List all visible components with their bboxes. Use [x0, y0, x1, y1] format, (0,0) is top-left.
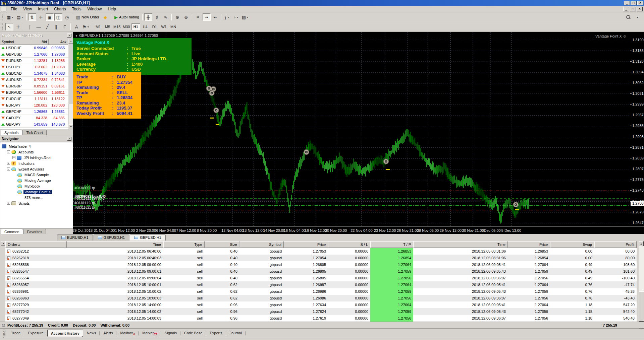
history-row[interactable]: 682669612018.12.05 10:00:02sell0.62gbpus…: [5, 288, 637, 295]
chart-tab-gbpusd-h1[interactable]: GBPUSD,H1: [130, 234, 166, 241]
tile-windows-button[interactable]: ⌗: [194, 13, 202, 21]
timeframe-m1-button[interactable]: M1: [94, 23, 103, 30]
terminal-close-icon[interactable]: ×: [1, 242, 6, 246]
history-row[interactable]: 682623122018.12.05 06:40:00sell0.40gbpus…: [5, 248, 637, 255]
history-row[interactable]: 682669632018.12.05 10:00:03sell0.62gbpus…: [5, 295, 637, 301]
terminal-tab-market[interactable]: Market77: [139, 330, 161, 338]
column-header-bid[interactable]: Bid: [31, 39, 49, 45]
templates-button[interactable]: ▨▾: [240, 13, 250, 21]
new-order-button[interactable]: ▥New Order: [75, 13, 101, 21]
market-watch-row[interactable]: AUDUSD0.723340.72341: [0, 77, 73, 83]
chart-shift-button[interactable]: ⇤: [211, 13, 219, 21]
column-header-time[interactable]: Time: [413, 241, 508, 248]
menu-item-charts[interactable]: Charts: [51, 6, 69, 12]
terminal-tab-news[interactable]: News: [83, 330, 100, 337]
market-watch-row[interactable]: USDCAD1.340751.34083: [0, 70, 73, 77]
time-scale[interactable]: 29 Oct 201831 Oct 04:001 Nov 12:002 Nov …: [73, 226, 644, 234]
collapse-icon[interactable]: -: [7, 167, 10, 171]
history-row[interactable]: 682623182018.12.05 06:40:03sell0.40gbpus…: [5, 255, 637, 261]
terminal-tab-account-history[interactable]: Account History: [47, 330, 83, 337]
scroll-up-icon[interactable]: ▲: [68, 39, 73, 44]
search-button[interactable]: [624, 13, 632, 21]
timeframe-m5-button[interactable]: M5: [103, 23, 112, 30]
timeframe-h1-button[interactable]: H1: [131, 23, 140, 30]
column-header-profit[interactable]: Profit: [594, 241, 637, 248]
menu-item-file[interactable]: File: [8, 6, 20, 12]
market-watch-row[interactable]: USDJPY113.062113.068: [0, 64, 73, 70]
timeframe-w1-button[interactable]: W1: [160, 23, 168, 30]
chart-close-button[interactable]: ×: [637, 7, 643, 11]
terminal-tab-experts[interactable]: Experts: [206, 330, 226, 337]
terminal-toggle[interactable]: ◫: [54, 13, 62, 21]
restore-button[interactable]: □: [631, 1, 637, 5]
terminal-tab-signals[interactable]: Signals: [161, 330, 180, 337]
history-row[interactable]: 682770292018.12.05 14:00:00sell0.96gbpus…: [5, 301, 637, 308]
crosshair-button[interactable]: ✛: [14, 23, 22, 30]
chart-restore-button[interactable]: □: [630, 7, 636, 11]
market-watch-row[interactable]: GBPUSD1.270601.27068: [0, 51, 73, 58]
scroll-down-icon[interactable]: ▼: [68, 124, 73, 129]
tree-item-metatrader-4[interactable]: MetaTrader 4: [0, 144, 73, 149]
market-watch-row[interactable]: GBPCHF1.268681.26881: [0, 109, 73, 115]
tree-item-accounts[interactable]: -Accounts: [0, 149, 73, 154]
tree-item-jpholdings-real[interactable]: +JPHoldings-Real: [0, 155, 73, 160]
terminal-tab-trade[interactable]: Trade: [7, 330, 24, 337]
minimize-button[interactable]: _: [624, 1, 630, 5]
navigator-caption[interactable]: Navigator ×: [0, 136, 73, 141]
market-watch-toggle[interactable]: ⇅: [28, 13, 36, 21]
column-header-symbol[interactable]: Symbol: [239, 241, 284, 248]
market-watch-row[interactable]: GBPJPY143.659143.670: [0, 121, 73, 128]
close-icon[interactable]: ×: [67, 33, 71, 38]
menu-item-window[interactable]: Window: [85, 6, 105, 12]
menu-item-insert[interactable]: Insert: [35, 6, 51, 12]
history-row[interactable]: 682770422018.12.05 14:00:02sell0.96gbpus…: [5, 308, 637, 315]
market-watch-row[interactable]: USDCHF0.998460.99855: [0, 45, 73, 51]
timeframe-m15-button[interactable]: M15: [113, 23, 121, 30]
timeframe-m30-button[interactable]: M30: [122, 23, 131, 30]
tree-item-myfxbook[interactable]: Myfxbook: [0, 184, 73, 189]
scrollbar-thumb[interactable]: [639, 291, 644, 322]
metaeditor-button[interactable]: ◆: [101, 13, 109, 21]
market-watch-tab-symbols[interactable]: Symbols: [1, 130, 22, 135]
close-button[interactable]: ×: [637, 1, 643, 5]
navigator-toggle[interactable]: ▣: [46, 13, 54, 21]
column-header-price[interactable]: Price: [508, 241, 550, 248]
text-button[interactable]: A: [72, 23, 80, 30]
market-watch-row[interactable]: EURAUD1.566001.56611: [0, 89, 73, 96]
column-header-s-l[interactable]: S / L: [328, 241, 370, 248]
market-watch-scrollbar[interactable]: ▲ ▼: [68, 39, 73, 129]
tree-item-macd-sample[interactable]: MACD Sample: [0, 172, 73, 177]
close-icon[interactable]: ×: [67, 137, 71, 141]
tree-item-indicators[interactable]: +fIndicators: [0, 161, 73, 166]
tree-item-scripts[interactable]: +Scripts: [0, 201, 73, 206]
column-header-symbol[interactable]: Symbol: [0, 39, 31, 45]
zoom-out-button[interactable]: ⊖: [182, 13, 190, 21]
toolbar-grip[interactable]: [2, 14, 3, 20]
terminal-tab-exposure[interactable]: Exposure: [24, 330, 47, 337]
chart-minimize-button[interactable]: _: [623, 7, 629, 11]
terminal-tab-mailbox[interactable]: Mailbox6: [116, 330, 139, 338]
trendline-button[interactable]: ╱: [43, 23, 51, 30]
market-watch-row[interactable]: EURGBP0.891510.89161: [0, 83, 73, 89]
history-row[interactable]: 682669572018.12.05 10:00:01sell0.62gbpus…: [5, 281, 637, 288]
history-row[interactable]: 682770492018.12.05 14:00:03sell0.96gbpus…: [5, 315, 637, 322]
terminal-tab-alerts[interactable]: Alerts: [100, 330, 116, 337]
candlestick-button[interactable]: ♯: [153, 13, 161, 21]
timeframe-mn-button[interactable]: MN: [169, 23, 178, 30]
fibonacci-button[interactable]: F: [61, 23, 69, 30]
menu-item-tools[interactable]: Tools: [69, 6, 85, 12]
history-row[interactable]: 682655382018.12.05 09:00:00sell0.40gbpus…: [5, 261, 637, 268]
menu-item-help[interactable]: Help: [105, 6, 119, 12]
column-header-price[interactable]: Price: [284, 241, 328, 248]
auto-scroll-button[interactable]: ⇥: [203, 13, 211, 21]
scrollbar-thumb[interactable]: [68, 44, 73, 104]
horizontal-line-button[interactable]: —: [35, 23, 43, 30]
column-header-order[interactable]: Order ▵: [5, 241, 67, 248]
expand-icon[interactable]: +: [7, 202, 10, 205]
column-header-swap[interactable]: Swap: [550, 241, 594, 248]
profiles-button[interactable]: ▤▾: [15, 13, 24, 21]
terminal-tab-code-base[interactable]: Code Base: [180, 330, 206, 337]
history-row[interactable]: 682655542018.12.05 09:00:04sell0.40gbpus…: [5, 275, 637, 281]
column-header-t-p[interactable]: T / P: [370, 241, 413, 248]
menu-item-view[interactable]: View: [20, 6, 35, 12]
